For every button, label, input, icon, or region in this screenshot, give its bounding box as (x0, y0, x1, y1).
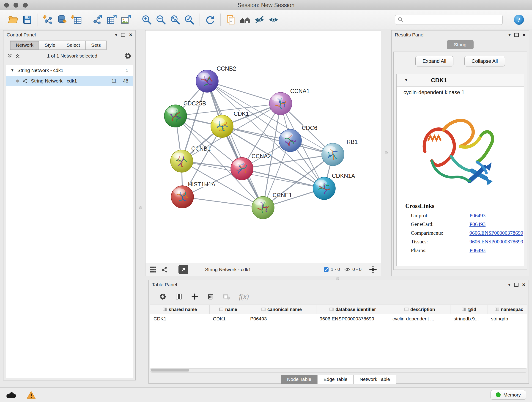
zoom-window-button[interactable] (23, 3, 28, 7)
network-node-CCNB1[interactable]: CCNB1 (171, 145, 210, 172)
network-collection-row[interactable]: ▼ String Network - cdk1 1 (6, 65, 133, 76)
pan-crosshair-icon[interactable] (369, 265, 377, 274)
vertical-splitter-handle[interactable] (139, 206, 142, 209)
collapse-panel-icon[interactable]: ▾ (115, 32, 117, 37)
control-tab-select[interactable]: Select (61, 41, 86, 50)
zoom-out-button[interactable] (154, 13, 168, 27)
network-canvas[interactable]: CCNB2CCNA1CDC25BCDK1CDC6RB1CCNB1CCNA2CDK… (145, 30, 381, 263)
tab-string[interactable]: String (447, 40, 474, 49)
open-in-new-window-button[interactable] (178, 265, 188, 274)
edge-count: 48 (123, 78, 128, 84)
checkbox-icon[interactable] (323, 267, 329, 272)
column-header-canonical-name[interactable]: canonical name (247, 305, 317, 314)
external-arrow-icon (181, 267, 186, 272)
save-floppy-icon (22, 14, 32, 25)
network-edge-CCNB2-CCNE1[interactable] (207, 81, 263, 208)
collapse-panel-icon[interactable]: ▾ (508, 282, 510, 287)
delete-column-icon[interactable] (207, 293, 214, 300)
memory-button[interactable]: Memory (491, 390, 526, 400)
control-tab-style[interactable]: Style (39, 41, 61, 50)
import-network-from-database-button[interactable] (55, 13, 70, 27)
import-table-button[interactable] (70, 13, 84, 27)
eye-slash-icon[interactable] (344, 267, 351, 273)
zoom-in-button[interactable] (139, 13, 154, 27)
grid-view-icon[interactable] (149, 266, 157, 274)
crosslink-link[interactable]: 9606.ENSP00000378699 (469, 239, 523, 245)
network-edge-HIST1H1A-CCNE1[interactable] (182, 197, 263, 208)
scrollbar-thumb[interactable] (151, 369, 189, 371)
zoom-fit-button[interactable] (168, 13, 182, 27)
open-session-button[interactable] (6, 13, 20, 27)
float-panel-icon[interactable] (514, 33, 519, 37)
gear-icon[interactable] (124, 52, 132, 60)
close-panel-icon[interactable]: × (522, 32, 526, 38)
search-icon (398, 17, 404, 23)
collection-name: String Network - cdk1 (17, 68, 63, 73)
function-builder-icon-disabled: f(x) (239, 293, 249, 301)
network-node-RB1[interactable]: RB1 (322, 139, 358, 166)
select-columns-icon[interactable] (175, 293, 183, 300)
crosslink-link[interactable]: 9606.ENSP00000378699 (469, 230, 523, 236)
clone-network-button[interactable] (224, 13, 238, 27)
export-network-button[interactable] (90, 13, 104, 27)
vertical-splitter-handle[interactable] (385, 151, 388, 154)
help-button[interactable]: ? (512, 13, 526, 27)
close-window-button[interactable] (4, 3, 9, 7)
zoom-selected-button[interactable] (182, 13, 196, 27)
column-header-namespac[interactable]: namespac (488, 305, 527, 314)
export-image-button[interactable] (119, 13, 133, 27)
close-panel-icon[interactable]: × (522, 281, 525, 288)
close-panel-icon[interactable]: × (129, 32, 132, 38)
disclosure-triangle-icon[interactable]: ▼ (404, 78, 408, 82)
gene-card-header[interactable]: ▼ CDK1 (397, 74, 524, 87)
control-tab-network[interactable]: Network (10, 41, 39, 50)
network-row[interactable]: String Network - cdk1 11 48 (6, 76, 133, 86)
column-header-shared-name[interactable]: shared name (150, 305, 210, 314)
network-node-CDK1[interactable]: CDK1 (211, 110, 249, 138)
gear-icon[interactable] (159, 293, 167, 300)
horizontal-splitter-handle[interactable] (336, 277, 339, 280)
add-column-icon[interactable] (191, 293, 198, 300)
table-row[interactable]: CDK1CDK1P064939606.ENSP00000378699cyclin… (150, 314, 527, 323)
table-horizontal-scrollbar[interactable] (150, 368, 527, 373)
import-network-from-file-button[interactable] (41, 13, 55, 27)
expand-all-button[interactable]: Expand All (415, 56, 453, 66)
column-header--id[interactable]: @id (450, 305, 488, 314)
column-header-name[interactable]: name (210, 305, 247, 314)
search-input[interactable] (405, 17, 500, 23)
save-session-button[interactable] (20, 13, 34, 27)
apply-layout-button[interactable] (203, 13, 217, 27)
import-table-icon (71, 14, 82, 25)
show-all-button[interactable] (266, 13, 281, 27)
minimize-window-button[interactable] (13, 3, 18, 7)
collapse-panel-icon[interactable]: ▾ (508, 32, 511, 37)
column-header-database-identifier[interactable]: database identifier (317, 305, 389, 314)
chevron-double-up-icon[interactable] (15, 53, 20, 59)
sphere-highlight (254, 199, 266, 205)
control-tab-sets[interactable]: Sets (85, 41, 107, 50)
column-header-description[interactable]: description (389, 305, 450, 314)
search-box[interactable] (395, 15, 503, 25)
string-network-icon[interactable] (161, 266, 168, 273)
float-panel-icon[interactable] (514, 283, 519, 287)
crosslink-link[interactable]: P06493 (469, 248, 486, 254)
first-neighbors-button[interactable] (238, 13, 252, 27)
table-tab-edge-table[interactable]: Edge Table (317, 375, 354, 384)
chevron-double-down-icon[interactable] (7, 53, 13, 59)
collapse-all-button[interactable]: Collapse All (464, 56, 505, 66)
table-tab-node-table[interactable]: Node Table (281, 375, 317, 384)
float-panel-icon[interactable] (121, 33, 125, 37)
network-edge-CCNB2-CCNA1[interactable] (207, 81, 281, 104)
crosslink-link[interactable]: P06493 (469, 221, 486, 227)
cloud-icon[interactable] (6, 391, 17, 399)
table-tab-network-table[interactable]: Network Table (353, 375, 396, 384)
export-table-button[interactable] (104, 13, 119, 27)
houses-icon (239, 14, 251, 25)
network-node-CDKN1A[interactable]: CDKN1A (313, 172, 355, 200)
disclosure-triangle-icon[interactable]: ▼ (11, 68, 14, 72)
network-node-HIST1H1A[interactable]: HIST1H1A (171, 181, 215, 208)
hide-selected-button[interactable] (252, 13, 266, 27)
crosslink-link[interactable]: P06493 (469, 213, 486, 219)
network-node-CCNA1[interactable]: CCNA1 (269, 88, 310, 115)
warning-icon[interactable] (27, 391, 36, 399)
